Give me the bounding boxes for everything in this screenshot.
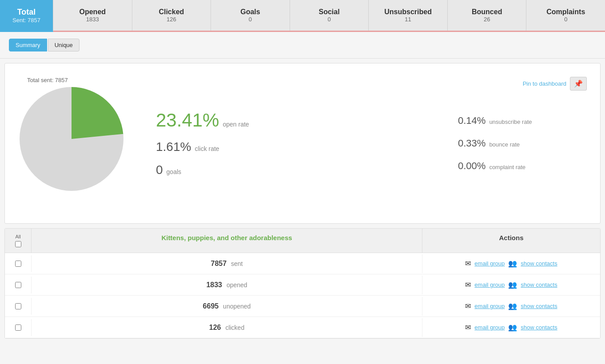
bounce-rate-row: 0.33% bounce rate: [458, 138, 573, 149]
row-checkbox-sent: [5, 255, 32, 272]
pin-button[interactable]: 📌: [570, 77, 587, 91]
table-row-unopened: 6695 unopened ✉ email group 👥 show conta…: [5, 296, 600, 317]
opened-type: opened: [227, 281, 247, 289]
table-header: All Kittens, puppies, and other adorable…: [5, 229, 600, 253]
row-actions-opened: ✉ email group 👥 show contacts: [422, 275, 600, 294]
tab-unsubscribed[interactable]: Unsubscribed 11: [369, 0, 448, 31]
tab-opened-label: Opened: [80, 8, 106, 16]
email-icon-unopened: ✉: [465, 302, 471, 310]
tab-complaints-sublabel: 0: [564, 16, 567, 23]
complaint-rate-value: 0.00%: [458, 160, 486, 172]
email-icon-clicked: ✉: [465, 323, 471, 332]
bounce-rate-value: 0.33%: [458, 138, 486, 149]
pin-to-dashboard-link[interactable]: Pin to dashboard: [523, 80, 566, 87]
unique-button[interactable]: Unique: [48, 39, 80, 51]
table-row-clicked: 126 clicked ✉ email group 👥 show contact…: [5, 317, 600, 338]
tab-goals[interactable]: Goals 0: [211, 0, 290, 31]
goals-value: 0: [156, 163, 163, 177]
data-table: All Kittens, puppies, and other adorable…: [4, 228, 601, 339]
email-icon-opened: ✉: [465, 281, 471, 289]
table-row-sent: 7857 sent ✉ email group 👥 show contacts: [5, 253, 600, 274]
tab-social-label: Social: [318, 8, 339, 16]
header-name-cell: Kittens, puppies, and other adorableness: [32, 229, 422, 253]
show-contacts-link-unopened[interactable]: show contacts: [521, 303, 557, 309]
open-rate-row: 23.41% open rate: [156, 110, 458, 131]
tab-unsubscribed-sublabel: 11: [405, 16, 411, 23]
click-rate-value: 1.61%: [156, 140, 191, 154]
opened-count: 1833: [206, 281, 222, 289]
email-group-link-opened[interactable]: email group: [474, 281, 505, 288]
show-contacts-link-sent[interactable]: show contacts: [521, 260, 557, 267]
chart-container: Total sent: 7857: [14, 81, 138, 206]
checkbox-opened[interactable]: [15, 282, 21, 288]
row-actions-unopened: ✉ email group 👥 show contacts: [422, 297, 600, 316]
clicked-type: clicked: [225, 324, 244, 331]
tab-bounced[interactable]: Bounced 26: [448, 0, 527, 31]
pin-icon: 📌: [574, 80, 583, 87]
tab-complaints[interactable]: Complaints 0: [526, 0, 605, 31]
row-content-unopened: 6695 unopened: [32, 297, 422, 316]
email-group-link-clicked[interactable]: email group: [474, 324, 505, 331]
unsubscribe-rate-label: unsubscribe rate: [489, 119, 532, 125]
table-row-opened: 1833 opened ✉ email group 👥 show contact…: [5, 274, 600, 296]
pin-area: Pin to dashboard 📌: [523, 77, 587, 91]
row-checkbox-clicked: [5, 319, 32, 336]
tab-bounced-sublabel: 26: [484, 16, 490, 23]
header-checkbox-cell: All: [5, 229, 32, 253]
checkbox-sent[interactable]: [15, 261, 21, 267]
main-content-panel: Total sent: 7857 23.41% open rate 1.61%: [4, 63, 601, 224]
tab-opened[interactable]: Opened 1833: [53, 0, 132, 31]
summary-button[interactable]: Summary: [9, 39, 47, 51]
stats-section: 23.41% open rate 1.61% click rate 0 goal…: [138, 110, 458, 177]
open-rate-value: 23.41%: [156, 110, 219, 131]
goals-row: 0 goals: [156, 163, 458, 177]
all-label: All: [15, 234, 20, 239]
row-content-opened: 1833 opened: [32, 276, 422, 294]
show-contacts-link-opened[interactable]: show contacts: [521, 281, 557, 288]
click-rate-label: click rate: [195, 145, 219, 152]
sent-count: 7857: [211, 260, 227, 267]
contacts-icon-unopened: 👥: [508, 302, 517, 310]
contacts-icon-sent: 👥: [508, 259, 517, 268]
header-actions-cell: Actions: [422, 229, 600, 253]
tab-total-label: Total: [17, 8, 36, 17]
email-group-link-sent[interactable]: email group: [474, 260, 505, 267]
checkbox-unopened[interactable]: [15, 303, 21, 309]
view-toggle-section: Summary Unique: [0, 32, 605, 59]
unopened-type: unopened: [223, 303, 251, 310]
chart-title: Total sent: 7857: [27, 77, 68, 83]
row-content-clicked: 126 clicked: [32, 318, 422, 337]
unsubscribe-rate-value: 0.14%: [458, 115, 486, 127]
right-stats-section: 0.14% unsubscribe rate 0.33% bounce rate…: [458, 115, 591, 172]
checkbox-clicked[interactable]: [15, 324, 21, 331]
complaint-rate-label: complaint rate: [489, 164, 525, 170]
tab-clicked[interactable]: Clicked 126: [132, 0, 211, 31]
tab-total[interactable]: Total Sent: 7857: [0, 0, 53, 32]
contacts-icon-opened: 👥: [508, 281, 517, 289]
tab-goals-sublabel: 0: [249, 16, 252, 23]
pie-chart: [14, 81, 129, 197]
clicked-count: 126: [209, 324, 221, 331]
unopened-count: 6695: [203, 302, 219, 310]
click-rate-row: 1.61% click rate: [156, 140, 458, 154]
tab-unsubscribed-label: Unsubscribed: [384, 8, 432, 16]
tab-social[interactable]: Social 0: [290, 0, 369, 31]
bounce-rate-label: bounce rate: [489, 141, 520, 148]
sent-type: sent: [231, 260, 243, 267]
tab-social-sublabel: 0: [327, 16, 330, 23]
tab-clicked-sublabel: 126: [167, 16, 176, 23]
row-actions-clicked: ✉ email group 👥 show contacts: [422, 318, 600, 337]
complaint-rate-row: 0.00% complaint rate: [458, 160, 573, 172]
chart-section: Total sent: 7857 23.41% open rate 1.61%: [14, 72, 591, 214]
select-all-checkbox[interactable]: [15, 241, 21, 247]
tab-clicked-label: Clicked: [159, 8, 184, 16]
tab-complaints-label: Complaints: [546, 8, 585, 16]
row-checkbox-unopened: [5, 298, 32, 315]
open-rate-label: open rate: [223, 121, 249, 128]
email-group-link-unopened[interactable]: email group: [474, 303, 505, 309]
row-checkbox-opened: [5, 277, 32, 293]
contacts-icon-clicked: 👥: [508, 323, 517, 332]
row-content-sent: 7857 sent: [32, 254, 422, 273]
unsubscribe-rate-row: 0.14% unsubscribe rate: [458, 115, 573, 127]
show-contacts-link-clicked[interactable]: show contacts: [521, 324, 557, 331]
